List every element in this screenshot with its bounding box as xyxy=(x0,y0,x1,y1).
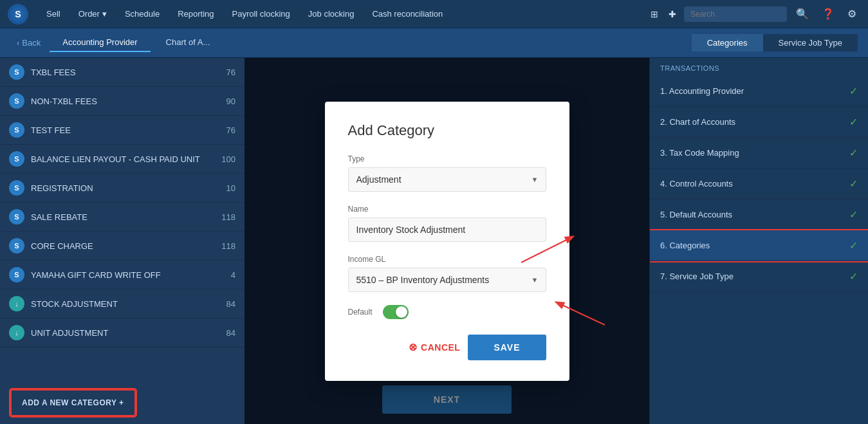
list-item[interactable]: S SALE REBATE 118 xyxy=(0,203,245,232)
right-sidebar: TRANSACTIONS 1. Accounting Provider ✓ 2.… xyxy=(649,58,868,424)
right-tabs: Categories Service Job Type xyxy=(692,34,858,51)
row-name: SALE REBATE xyxy=(31,212,210,222)
name-field: Name xyxy=(348,205,546,242)
help-icon[interactable]: ❓ xyxy=(818,5,838,23)
row-name: STOCK ADJUSTMENT xyxy=(31,299,210,309)
row-icon: S xyxy=(9,93,24,109)
chevron-down-icon: ▾ xyxy=(102,9,107,19)
check-icon: ✓ xyxy=(849,239,858,252)
list-item[interactable]: S REGISTRATION 10 xyxy=(0,174,245,203)
row-icon: S xyxy=(9,64,24,80)
search-input[interactable] xyxy=(684,6,787,22)
row-num: 118 xyxy=(216,241,235,251)
sidebar-item-label: 1. Accounting Provider xyxy=(660,86,849,96)
default-label: Default xyxy=(348,308,373,317)
tab-categories[interactable]: Categories xyxy=(692,34,763,51)
grid-icon[interactable]: ⊞ xyxy=(648,6,661,22)
row-num: 4 xyxy=(216,270,235,280)
check-icon: ✓ xyxy=(849,270,858,282)
income-gl-select[interactable]: 5510 – BP Inventory Adjustments xyxy=(348,268,546,292)
type-select-wrapper: Adjustment xyxy=(348,167,546,192)
row-num: 76 xyxy=(216,125,235,135)
list-item[interactable]: ↓ STOCK ADJUSTMENT 84 xyxy=(0,290,245,318)
sidebar-item[interactable]: 5. Default Accounts ✓ xyxy=(650,199,868,230)
sidebar-item-label: 7. Service Job Type xyxy=(660,272,849,281)
row-num: 76 xyxy=(216,68,235,77)
add-category-modal: Add Category Type Adjustment Name Income… xyxy=(325,102,569,381)
list-item[interactable]: S YAMAHA GIFT CARD WRITE OFF 4 xyxy=(0,261,245,290)
sidebar-item[interactable]: 4. Control Accounts ✓ xyxy=(650,169,868,199)
arrow-to-toggle xyxy=(544,296,608,328)
check-icon: ✓ xyxy=(849,116,858,128)
nav-items: Sell Order ▾ Schedule Reporting Payroll … xyxy=(39,5,643,23)
sidebar-item-label: 6. Categories xyxy=(660,241,849,250)
row-icon: ↓ xyxy=(9,296,24,311)
category-list: S TXBL FEES 76 S NON-TXBL FEES 90 S TEST… xyxy=(0,58,245,376)
add-new-category-button[interactable]: ADD A NEW CATEGORY + xyxy=(10,389,136,416)
modal-title: Add Category xyxy=(348,122,546,139)
settings-icon[interactable]: ⚙ xyxy=(844,5,860,23)
tab-accounting-provider[interactable]: Accounting Provider xyxy=(50,33,150,52)
list-item[interactable]: S BALANCE LIEN PAYOUT - CASH PAID UNIT 1… xyxy=(0,145,245,174)
main-layout: S TXBL FEES 76 S NON-TXBL FEES 90 S TEST… xyxy=(0,58,868,424)
type-label: Type xyxy=(348,154,546,163)
row-num: 100 xyxy=(216,154,235,164)
sidebar-item-label: 5. Default Accounts xyxy=(660,210,849,219)
sidebar-item-label: 2. Chart of Accounts xyxy=(660,117,849,127)
app-logo[interactable]: S xyxy=(8,4,28,24)
sidebar-item-label: 3. Tax Code Mapping xyxy=(660,148,849,158)
row-num: 84 xyxy=(216,328,235,338)
row-name: UNIT ADJUSTMENT xyxy=(31,328,210,338)
sidebar-item[interactable]: 7. Service Job Type ✓ xyxy=(650,261,868,292)
nav-job-clocking[interactable]: Job clocking xyxy=(300,5,362,23)
back-button[interactable]: ‹ Back xyxy=(10,34,47,51)
name-label: Name xyxy=(348,205,546,214)
nav-payroll-clocking[interactable]: Payroll clocking xyxy=(225,5,298,23)
nav-schedule[interactable]: Schedule xyxy=(117,5,167,23)
center-area: NEXT Add Category Type Adjustment Name xyxy=(245,58,649,424)
income-gl-select-wrapper: 5510 – BP Inventory Adjustments xyxy=(348,268,546,292)
row-icon: S xyxy=(9,267,24,282)
toggle-knob xyxy=(396,306,407,318)
row-icon: S xyxy=(9,122,24,138)
sidebar-item[interactable]: 2. Chart of Accounts ✓ xyxy=(650,107,868,138)
row-name: TXBL FEES xyxy=(31,68,210,77)
sub-nav: ‹ Back Accounting Provider Chart of A...… xyxy=(0,28,868,58)
list-item[interactable]: S TXBL FEES 76 xyxy=(0,58,245,87)
sidebar-section-title: TRANSACTIONS xyxy=(650,58,868,76)
list-item[interactable]: S NON-TXBL FEES 90 xyxy=(0,87,245,116)
default-toggle[interactable] xyxy=(383,305,409,319)
sidebar-item[interactable]: 3. Tax Code Mapping ✓ xyxy=(650,138,868,169)
check-icon: ✓ xyxy=(849,178,858,190)
row-icon: S xyxy=(9,180,24,196)
tab-chart-of-accounts[interactable]: Chart of A... xyxy=(153,33,223,52)
row-name: CORE CHARGE xyxy=(31,241,210,251)
back-arrow-icon: ‹ xyxy=(17,38,19,48)
nav-sell[interactable]: Sell xyxy=(39,5,68,23)
type-select[interactable]: Adjustment xyxy=(348,167,546,192)
sidebar-item[interactable]: 6. Categories ✓ xyxy=(650,230,868,261)
list-item[interactable]: ↓ UNIT ADJUSTMENT 84 xyxy=(0,318,245,347)
tab-service-job-type[interactable]: Service Job Type xyxy=(763,34,858,51)
row-icon: S xyxy=(9,209,24,225)
income-gl-field: Income GL 5510 – BP Inventory Adjustment… xyxy=(348,255,546,292)
sidebar-item[interactable]: 1. Accounting Provider ✓ xyxy=(650,76,868,107)
nav-cash-reconciliation[interactable]: Cash reconciliation xyxy=(364,5,450,23)
name-input[interactable] xyxy=(348,217,546,242)
row-name: BALANCE LIEN PAYOUT - CASH PAID UNIT xyxy=(31,154,210,164)
row-name: REGISTRATION xyxy=(31,183,210,193)
search-icon[interactable]: 🔍 xyxy=(792,5,813,23)
save-button[interactable]: SAVE xyxy=(468,335,546,360)
nav-reporting[interactable]: Reporting xyxy=(170,5,221,23)
nav-order[interactable]: Order ▾ xyxy=(71,5,115,23)
row-name: YAMAHA GIFT CARD WRITE OFF xyxy=(31,270,210,280)
list-item[interactable]: S CORE CHARGE 118 xyxy=(0,232,245,261)
row-name: NON-TXBL FEES xyxy=(31,97,210,106)
plus-icon[interactable]: ✚ xyxy=(666,6,679,22)
modal-overlay: Add Category Type Adjustment Name Income… xyxy=(245,58,649,424)
row-name: TEST FEE xyxy=(31,125,210,135)
cancel-button[interactable]: ⊗ CANCEL xyxy=(409,341,461,353)
list-item[interactable]: S TEST FEE 76 xyxy=(0,116,245,145)
nav-right: ⊞ ✚ 🔍 ❓ ⚙ xyxy=(648,5,860,23)
cancel-circle-icon: ⊗ xyxy=(409,341,418,353)
